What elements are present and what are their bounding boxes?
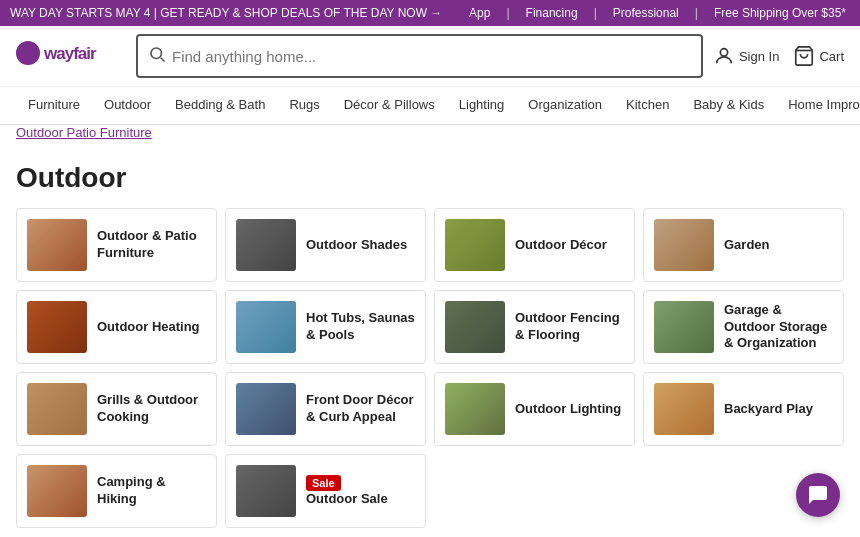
sign-in-label: Sign In xyxy=(739,49,779,64)
header-actions: Sign In Cart xyxy=(713,45,844,67)
category-label: Grills & Outdoor Cooking xyxy=(97,392,206,426)
nav-item-d-cor---pillows[interactable]: Décor & Pillows xyxy=(332,87,447,124)
banner-financing-link[interactable]: Financing xyxy=(522,6,582,20)
nav-bar: FurnitureOutdoorBedding & BathRugsDécor … xyxy=(0,87,860,125)
category-label: Front Door Décor & Curb Appeal xyxy=(306,392,415,426)
banner-promo-text: WAY DAY STARTS MAY 4 | GET READY & SHOP … xyxy=(10,6,442,20)
category-label: Backyard Play xyxy=(724,401,813,418)
category-label: Outdoor & Patio Furniture xyxy=(97,228,206,262)
logo[interactable]: wayfair xyxy=(16,37,126,76)
nav-item-outdoor[interactable]: Outdoor xyxy=(92,87,163,124)
nav-item-lighting[interactable]: Lighting xyxy=(447,87,517,124)
search-icon xyxy=(148,45,166,67)
category-label: Hot Tubs, Saunas & Pools xyxy=(306,310,415,344)
category-label: Outdoor Lighting xyxy=(515,401,621,418)
category-item[interactable]: Outdoor & Patio Furniture xyxy=(16,208,217,282)
category-label: Outdoor Fencing & Flooring xyxy=(515,310,624,344)
nav-item-home-improvement[interactable]: Home Improvement xyxy=(776,87,860,124)
category-item[interactable]: Camping & Hiking xyxy=(16,454,217,528)
category-item[interactable]: Grills & Outdoor Cooking xyxy=(16,372,217,446)
category-label: Outdoor Shades xyxy=(306,237,407,254)
category-label: Outdoor Sale xyxy=(306,491,388,508)
category-item[interactable]: Backyard Play xyxy=(643,372,844,446)
category-label: Outdoor Décor xyxy=(515,237,607,254)
category-item[interactable]: Outdoor Heating xyxy=(16,290,217,364)
nav-item-rugs[interactable]: Rugs xyxy=(277,87,331,124)
banner-promo[interactable]: WAY DAY STARTS MAY 4 | GET READY & SHOP … xyxy=(10,6,442,20)
banner-app-link[interactable]: App xyxy=(465,6,494,20)
chat-icon xyxy=(806,483,830,507)
page-title: Outdoor xyxy=(16,162,844,194)
svg-text:wayfair: wayfair xyxy=(43,44,97,63)
banner-professional-link[interactable]: Professional xyxy=(609,6,683,20)
header: wayfair Find anything home Sign In Cart xyxy=(0,26,860,87)
svg-line-3 xyxy=(161,58,165,62)
category-item[interactable]: Hot Tubs, Saunas & Pools xyxy=(225,290,426,364)
nav-item-kitchen[interactable]: Kitchen xyxy=(614,87,681,124)
nav-item-bedding---bath[interactable]: Bedding & Bath xyxy=(163,87,277,124)
category-item[interactable]: Front Door Décor & Curb Appeal xyxy=(225,372,426,446)
category-item[interactable]: Garden xyxy=(643,208,844,282)
cart-label: Cart xyxy=(819,49,844,64)
cart-button[interactable]: Cart xyxy=(793,45,844,67)
svg-point-2 xyxy=(151,48,162,59)
category-item[interactable]: SaleOutdoor Sale xyxy=(225,454,426,528)
breadcrumb: Outdoor Patio Furniture xyxy=(0,125,860,144)
nav-item-furniture[interactable]: Furniture xyxy=(16,87,92,124)
category-item[interactable]: Outdoor Lighting xyxy=(434,372,635,446)
wayfair-logo-svg: wayfair xyxy=(16,37,126,69)
svg-point-4 xyxy=(720,49,727,56)
nav-item-baby---kids[interactable]: Baby & Kids xyxy=(681,87,776,124)
search-input[interactable]: Find anything home xyxy=(172,48,691,65)
banner-right-links: App | Financing | Professional | Free Sh… xyxy=(465,6,850,20)
category-label: Garage & Outdoor Storage & Organization xyxy=(724,302,833,353)
category-item[interactable]: Outdoor Shades xyxy=(225,208,426,282)
svg-point-0 xyxy=(16,41,40,65)
banner-free-shipping-link[interactable]: Free Shipping Over $35* xyxy=(710,6,850,20)
category-item[interactable]: Outdoor Fencing & Flooring xyxy=(434,290,635,364)
breadcrumb-text[interactable]: Outdoor Patio Furniture xyxy=(16,125,152,140)
sign-in-button[interactable]: Sign In xyxy=(713,45,779,67)
category-label: Outdoor Heating xyxy=(97,319,200,336)
chat-bubble[interactable] xyxy=(796,473,840,517)
category-grid: Outdoor & Patio FurnitureOutdoor ShadesO… xyxy=(0,198,860,534)
category-label: Garden xyxy=(724,237,770,254)
nav-item-organization[interactable]: Organization xyxy=(516,87,614,124)
category-item[interactable]: Garage & Outdoor Storage & Organization xyxy=(643,290,844,364)
page-title-area: Outdoor xyxy=(0,144,860,198)
category-item[interactable]: Outdoor Décor xyxy=(434,208,635,282)
search-bar: Find anything home xyxy=(136,34,703,78)
category-label: Camping & Hiking xyxy=(97,474,206,508)
sale-badge: Sale xyxy=(306,475,341,491)
top-banner: WAY DAY STARTS MAY 4 | GET READY & SHOP … xyxy=(0,0,860,26)
